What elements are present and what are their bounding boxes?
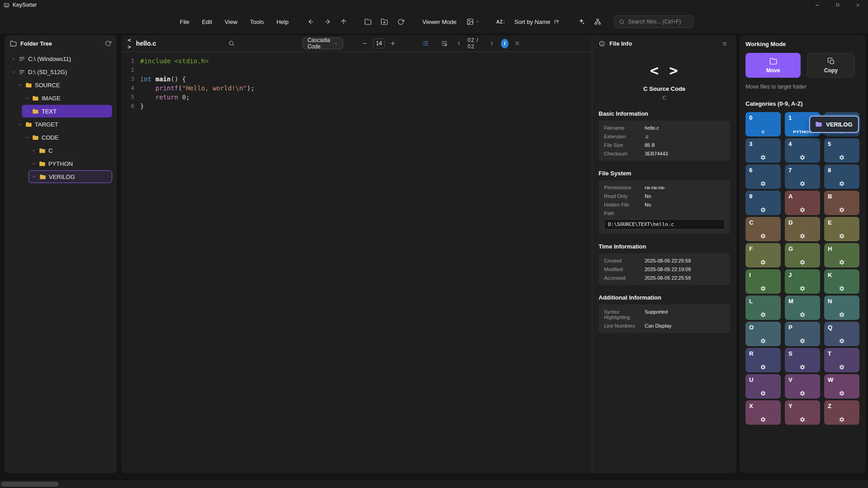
category-tile-w[interactable]: W [824,374,859,399]
gear-icon[interactable] [839,207,845,213]
search-in-file-button[interactable] [228,38,235,49]
prev-file-button[interactable] [454,38,463,49]
chevron-down-icon[interactable] [24,135,29,140]
minimize-button[interactable] [807,0,827,10]
category-tile-a[interactable]: A [785,191,820,215]
gear-icon[interactable] [839,259,845,265]
gear-icon[interactable] [839,312,845,318]
scrollbar-thumb[interactable] [1,482,59,487]
menu-edit[interactable]: Edit [197,16,217,28]
category-tile-p[interactable]: P [785,322,820,346]
gear-icon[interactable] [839,155,845,160]
gear-icon[interactable] [800,181,806,187]
category-tile-g[interactable]: G [785,243,820,267]
gear-icon[interactable] [760,338,766,344]
chevron-down-icon[interactable] [32,174,37,179]
up-button[interactable] [336,15,351,28]
category-tile-u[interactable]: U [745,374,781,399]
chevron-right-icon[interactable] [11,56,16,61]
category-tile-h[interactable]: H [824,243,859,267]
tree-item-c-windows11[interactable]: C:\ (Windows11) [8,52,112,65]
gear-icon[interactable] [800,364,806,370]
gear-icon[interactable] [839,417,845,422]
menu-file[interactable]: File [175,16,195,28]
category-tile-y[interactable]: Y [785,400,820,425]
gear-icon[interactable] [800,312,806,318]
refresh-icon[interactable] [105,40,111,47]
gear-icon[interactable] [760,155,766,160]
gear-icon[interactable] [760,312,766,318]
category-tile-4[interactable]: 4 [785,138,820,163]
gear-icon[interactable] [800,286,806,291]
move-mode-button[interactable]: Move [745,53,801,78]
tree-item-target[interactable]: TARGET [15,118,112,131]
menu-help[interactable]: Help [271,16,294,28]
chevron-down-icon[interactable] [18,122,23,127]
open-folder-button[interactable] [361,15,375,28]
tree-item-image[interactable]: IMAGE [22,92,112,104]
copy-mode-button[interactable]: Copy [807,53,855,78]
category-tile-i[interactable]: I [745,269,781,294]
sort-az-button[interactable]: AZ↓ [494,15,508,28]
tree-item-verilog[interactable]: VERILOG [28,170,112,183]
category-tile-x[interactable]: X [745,400,781,425]
gear-icon[interactable] [839,390,845,396]
gear-icon[interactable] [760,259,766,265]
chevron-down-icon[interactable] [11,70,16,75]
tree-item-c[interactable]: C [28,144,112,157]
tree-item-code[interactable]: CODE [22,131,112,144]
viewer-mode-button[interactable]: Viewer Mode [418,16,461,28]
gear-icon[interactable] [800,207,806,213]
hierarchy-button[interactable] [590,15,605,28]
gear-icon[interactable] [760,286,766,291]
gear-icon[interactable] [839,364,845,370]
chevron-down-icon[interactable] [31,161,36,166]
category-tile-o[interactable]: O [745,322,781,346]
gear-icon[interactable] [800,338,806,344]
maximize-button[interactable] [827,0,848,10]
viewer-close-button[interactable] [513,38,522,49]
gear-icon[interactable] [760,390,766,396]
category-tile-v[interactable]: V [785,374,820,399]
font-size-increase-button[interactable] [387,38,398,49]
category-tile-3[interactable]: 3 [745,138,781,163]
ai-suggest-button[interactable] [574,15,589,28]
line-numbers-toggle[interactable] [420,38,431,49]
forward-button[interactable] [320,15,335,28]
category-tile-q[interactable]: Q [824,322,859,346]
tree-item-python[interactable]: PYTHON [28,157,112,170]
chevron-down-icon[interactable] [24,96,29,101]
search-input[interactable] [628,19,687,25]
gear-icon[interactable] [800,233,806,239]
chevron-right-icon[interactable] [24,109,29,114]
chevron-down-icon[interactable] [18,83,23,88]
category-tile-r[interactable]: R [745,348,781,372]
view-style-dropdown[interactable] [463,15,484,28]
next-file-button[interactable] [488,38,496,49]
category-tile-l[interactable]: L [745,296,781,320]
new-folder-button[interactable] [377,15,392,28]
tree-item-d-sd-512g[interactable]: D:\ (SD_512G) [8,66,112,78]
gear-icon[interactable] [800,155,806,160]
gear-icon[interactable] [839,181,845,187]
tree-item-text[interactable]: TEXT [22,105,112,117]
category-tile-f[interactable]: F [745,243,781,267]
gear-icon[interactable] [760,207,766,213]
gear-icon[interactable] [839,233,845,239]
font-size-decrease-button[interactable] [359,38,370,49]
code-editor[interactable]: 1#include <stdio.h>23int main() {4 print… [121,52,592,115]
gear-icon[interactable] [760,233,766,239]
category-tile-m[interactable]: M [785,296,820,320]
gear-icon[interactable] [839,338,845,344]
menu-tools[interactable]: Tools [245,16,269,28]
category-tile-b[interactable]: B [824,191,859,215]
font-family-select[interactable]: Cascadia Code [302,38,343,49]
horizontal-scrollbar[interactable] [0,480,868,488]
sort-by-name-button[interactable]: Sort by Name [510,16,564,28]
back-button[interactable] [304,15,318,28]
gear-icon[interactable] [800,417,806,422]
category-tile-s[interactable]: S [785,348,820,372]
category-tile-7[interactable]: 7 [785,164,820,189]
tree-item-source[interactable]: SOURCE [15,79,112,91]
category-tile-9[interactable]: 9 [745,191,781,215]
